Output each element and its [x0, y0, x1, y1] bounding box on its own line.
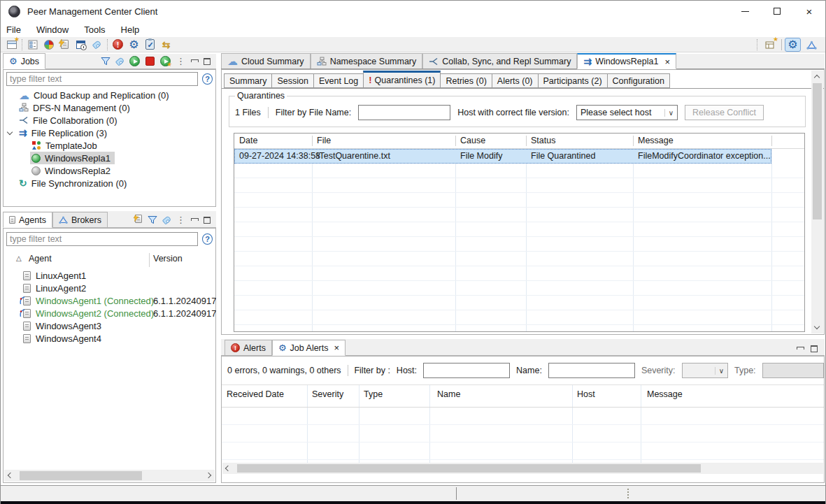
scroll-left-icon[interactable]	[225, 466, 231, 471]
column-cause[interactable]: Cause	[460, 136, 485, 145]
subtab-summary[interactable]: Summary	[224, 73, 271, 88]
topology-perspective-icon[interactable]	[804, 38, 820, 52]
column-file[interactable]: File	[317, 136, 331, 145]
host-select[interactable]: Please select host ∨	[576, 105, 678, 120]
jobs-filter-input[interactable]	[6, 72, 198, 86]
restart-job-icon[interactable]: ★	[160, 56, 171, 66]
tree-item-file-replication[interactable]: ⇉ File Replication (3)	[3, 127, 215, 139]
type-filter-input[interactable]	[762, 363, 824, 378]
agent-activity-icon[interactable]	[57, 38, 73, 52]
column-message[interactable]: Message	[647, 389, 683, 399]
menu-file[interactable]: File	[6, 24, 21, 35]
agents-help-icon[interactable]: ?	[202, 233, 213, 245]
subtab-retries[interactable]: Retries (0)	[441, 73, 491, 88]
close-button[interactable]: ×	[793, 1, 825, 22]
filter-icon[interactable]	[148, 215, 157, 224]
agent-activity-icon[interactable]	[135, 215, 142, 225]
stop-job-icon[interactable]	[145, 57, 155, 66]
tree-item-file-collaboration[interactable]: File Collaboration (0)	[3, 114, 215, 127]
subtab-alerts[interactable]: Alerts (0)	[492, 73, 538, 88]
host-filter-input[interactable]	[423, 363, 510, 378]
tab-jobs[interactable]: ⚙ Jobs	[3, 53, 45, 69]
jobs-help-icon[interactable]: ?	[202, 73, 213, 85]
scroll-right-icon[interactable]	[206, 473, 211, 478]
status-grip-icon[interactable]	[627, 489, 629, 498]
editor-tab-collab-sync-repl-summary[interactable]: Collab, Sync, and Repl Summary	[422, 53, 577, 69]
agent-row-linuxagent2[interactable]: LinuxAgent2	[3, 282, 215, 294]
maximize-view-icon[interactable]	[204, 58, 211, 65]
tags-icon[interactable]	[162, 215, 172, 224]
scrollbar-thumb[interactable]	[20, 471, 142, 480]
horizontal-sash[interactable]	[221, 335, 825, 339]
sort-ascending-icon[interactable]: △	[16, 254, 22, 262]
tab-alerts[interactable]: ! Alerts	[225, 340, 272, 355]
quarantine-row[interactable]: 09-27-2024 14:38:58 \TestQuarentine.txt …	[234, 149, 771, 164]
scrollbar-thumb[interactable]	[813, 83, 822, 219]
column-status[interactable]: Status	[531, 136, 555, 145]
minimize-button[interactable]	[729, 1, 761, 22]
tree-item-windowsrepla1[interactable]: WindowsRepla1	[3, 152, 215, 164]
column-agent[interactable]: Agent	[29, 254, 52, 264]
scheduled-tasks-icon[interactable]	[73, 38, 89, 52]
subtab-configuration[interactable]: Configuration	[607, 73, 670, 88]
column-host[interactable]: Host	[577, 389, 595, 399]
summary-pie-icon[interactable]	[41, 38, 57, 52]
scroll-down-icon[interactable]	[814, 324, 820, 329]
filter-icon[interactable]	[101, 57, 111, 66]
refresh-sync-icon[interactable]: ⇆	[158, 38, 174, 52]
editor-tab-windowsrepla1[interactable]: ⇉ WindowsRepla1 ×	[577, 53, 676, 69]
alerts-hscrollbar[interactable]	[222, 463, 823, 474]
menu-tools[interactable]: Tools	[84, 24, 105, 35]
expand-chevron-icon[interactable]	[7, 129, 13, 135]
file-name-filter-input[interactable]	[358, 105, 450, 120]
agent-row-windowsagent4[interactable]: WindowsAgent4	[3, 332, 215, 345]
column-type[interactable]: Type	[364, 389, 383, 399]
minimize-view-icon[interactable]	[191, 59, 198, 64]
tab-agents[interactable]: Agents	[3, 212, 52, 228]
menu-window[interactable]: Window	[36, 24, 69, 35]
tree-item-cloud-backup[interactable]: ☁ Cloud Backup and Replication (0)	[3, 89, 215, 101]
new-job-icon[interactable]: ★	[3, 38, 20, 52]
tree-item-windowsrepla2[interactable]: WindowsRepla2	[3, 164, 215, 177]
tab-job-alerts[interactable]: ⚙ Job Alerts ×	[272, 340, 346, 356]
minimize-view-icon[interactable]	[797, 346, 804, 352]
agents-hscrollbar[interactable]	[4, 470, 215, 482]
column-severity[interactable]: Severity	[312, 389, 343, 399]
name-filter-input[interactable]	[548, 363, 635, 378]
agent-row-windowsagent1[interactable]: WindowsAgent1 (Connected) 6.1.1.20240917	[3, 294, 215, 307]
editor-tab-cloud-summary[interactable]: ☁ Cloud Summary	[221, 53, 311, 69]
column-name[interactable]: Name	[437, 389, 460, 399]
column-date[interactable]: Date	[239, 136, 257, 145]
agent-row-windowsagent2[interactable]: WindowsAgent2 (Connected) 6.1.1.20240917	[3, 307, 215, 319]
tree-item-file-synchronization[interactable]: ↻ File Synchronization (0)	[3, 177, 215, 189]
preferences-gear-icon[interactable]: ⚙	[126, 38, 142, 52]
severity-select[interactable]: ∨	[682, 363, 728, 378]
tag-icon[interactable]	[89, 38, 105, 52]
minimize-view-icon[interactable]	[191, 217, 198, 223]
scroll-up-icon[interactable]	[814, 75, 820, 80]
agent-row-windowsagent3[interactable]: WindowsAgent3	[3, 319, 215, 332]
agents-filter-input[interactable]	[6, 232, 198, 246]
editor-vscrollbar[interactable]	[811, 71, 823, 333]
subtab-quarantines[interactable]: ! Quarantines (1)	[363, 71, 441, 88]
column-message[interactable]: Message	[638, 136, 674, 145]
validate-clipboard-icon[interactable]	[142, 38, 158, 52]
maximize-button[interactable]	[761, 1, 793, 22]
jobs-perspective-icon[interactable]: ⚙	[785, 38, 801, 52]
view-menu-icon[interactable]: ⋮	[176, 217, 185, 222]
close-tab-icon[interactable]: ×	[664, 57, 670, 67]
subtab-session[interactable]: Session	[271, 73, 313, 88]
alerts-icon[interactable]: !	[110, 38, 126, 52]
subtab-event-log[interactable]: Event Log	[313, 73, 363, 88]
menu-help[interactable]: Help	[121, 24, 140, 35]
tags-icon[interactable]	[115, 57, 125, 66]
editor-tab-namespace-summary[interactable]: Namespace Summary	[311, 53, 423, 69]
checklist-icon[interactable]	[24, 38, 41, 52]
column-version[interactable]: Version	[153, 254, 183, 264]
column-received-date[interactable]: Received Date	[227, 389, 284, 399]
subtab-participants[interactable]: Participants (2)	[538, 73, 607, 88]
agent-row-linuxagent1[interactable]: LinuxAgent1	[3, 269, 215, 282]
tab-brokers[interactable]: Brokers	[52, 212, 108, 227]
tree-item-templatejob[interactable]: TemplateJob	[3, 139, 215, 152]
tree-item-dfsn[interactable]: DFS-N Management (0)	[3, 101, 215, 114]
